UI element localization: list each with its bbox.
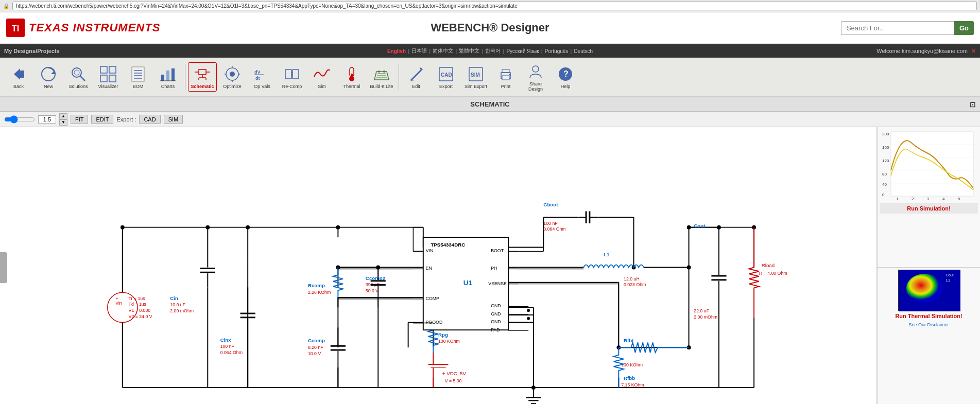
svg-line-7 <box>80 76 85 81</box>
lang-traditional-chinese[interactable]: 繁體中文 <box>459 47 479 55</box>
svg-rect-38 <box>285 69 291 79</box>
svg-text:Vin: Vin <box>115 301 122 306</box>
sim-icon <box>313 65 331 83</box>
toolbar: Back New Solutions <box>0 58 980 97</box>
right-panel: 200 160 120 80 40 0 1 2 3 4 5 <box>877 127 980 404</box>
zoom-value[interactable] <box>38 115 56 124</box>
toolbar-simexport-button[interactable]: SIM Sim Export <box>461 62 490 92</box>
toolbar-recomp-button[interactable]: Re-Comp <box>278 62 306 92</box>
svg-text:10.0 V: 10.0 V <box>308 351 321 356</box>
schematic-canvas[interactable]: + Vin Tr = 1us Td = 1us V1 = 0.000 V2 = … <box>0 127 877 404</box>
zoom-up-button[interactable]: ▲ <box>59 113 67 119</box>
lang-russian[interactable]: Русский Язык <box>506 48 539 54</box>
thermal-image: Cout L1 <box>898 270 960 311</box>
opvals-icon: dV dt <box>253 65 271 83</box>
lang-english[interactable]: English <box>387 48 406 54</box>
svg-text:12.0 uH: 12.0 uH <box>624 276 640 282</box>
toolbar-thermal-button[interactable]: Thermal <box>337 62 366 92</box>
toolbar-buildit-button[interactable]: Build-It Lite <box>367 62 396 92</box>
svg-text:TPS54334DRC: TPS54334DRC <box>431 242 465 248</box>
svg-text:?: ? <box>563 69 569 78</box>
svg-text:+ VDC_5V: + VDC_5V <box>442 371 467 376</box>
svg-text:0.023 Ohm: 0.023 Ohm <box>624 282 646 287</box>
svg-text:50.0 V: 50.0 V <box>366 288 379 293</box>
simexport-icon: SIM <box>467 65 485 83</box>
toolbar-share-button[interactable]: Share Design <box>521 60 550 94</box>
optimize-icon <box>223 65 242 83</box>
edit-button[interactable]: EDIT <box>91 115 113 124</box>
optimize-label: Optimize <box>223 84 242 89</box>
cad-export-button[interactable]: CAD <box>139 115 160 124</box>
sim-export-button[interactable]: SIM <box>164 115 183 124</box>
svg-text:Rpg: Rpg <box>438 332 448 338</box>
toolbar-print-button[interactable]: Print <box>491 62 520 92</box>
search-input[interactable] <box>841 21 954 35</box>
svg-text:dV: dV <box>254 69 261 75</box>
main-content: + Vin Tr = 1us Td = 1us V1 = 0.000 V2 = … <box>0 127 980 404</box>
lang-korean[interactable]: 한국어 <box>485 47 501 55</box>
svg-point-46 <box>378 71 380 73</box>
my-designs-link[interactable]: My Designs/Projects <box>4 48 60 54</box>
toolbar-sim-button[interactable]: Sim <box>307 62 336 92</box>
back-icon <box>9 65 28 83</box>
svg-text:GND: GND <box>491 311 501 317</box>
svg-rect-22 <box>199 69 206 75</box>
share-label: Share Design <box>523 81 548 92</box>
svg-text:80: 80 <box>882 172 887 177</box>
run-simulation-button[interactable]: Run Simulation! <box>880 203 978 214</box>
toolbar-opvals-button[interactable]: dV dt Op Vals <box>248 62 277 92</box>
help-icon: ? <box>556 65 575 83</box>
zoom-down-button[interactable]: ▼ <box>59 119 67 126</box>
toolbar-solutions-button[interactable]: Solutions <box>64 62 93 92</box>
close-nav-button[interactable]: ✕ <box>971 48 976 54</box>
fit-button[interactable]: FIT <box>71 115 89 124</box>
url-bar[interactable]: https://webench.ti.com/webench5/power/we… <box>12 2 977 10</box>
lang-german[interactable]: Deutsch <box>574 48 593 54</box>
webench-title: WEBENCH® Designer <box>431 21 549 34</box>
svg-point-30 <box>230 72 235 77</box>
svg-point-127 <box>717 225 721 230</box>
share-icon <box>526 62 545 81</box>
schematic-label: Schematic <box>191 84 214 89</box>
lang-portuguese[interactable]: Português <box>545 48 569 54</box>
ti-header: TI TEXAS INSTRUMENTS WEBENCH® Designer G… <box>0 12 980 44</box>
svg-point-124 <box>687 225 691 230</box>
zoom-slider[interactable] <box>4 115 35 124</box>
toolbar-schematic-button[interactable]: Schematic <box>188 62 217 92</box>
svg-rect-20 <box>171 68 175 81</box>
lang-simplified-chinese[interactable]: 简体中文 <box>433 47 453 55</box>
toolbar-optimize-button[interactable]: Optimize <box>218 62 247 92</box>
svg-text:Cinx: Cinx <box>220 337 232 343</box>
toolbar-edit-button[interactable]: Edit <box>402 62 431 92</box>
new-label: New <box>44 84 53 89</box>
lang-japanese[interactable]: 日本語 <box>411 47 427 55</box>
toolbar-bom-button[interactable]: BOM <box>124 62 152 92</box>
svg-text:1: 1 <box>896 197 899 201</box>
maximize-button[interactable]: ⊡ <box>970 100 976 109</box>
toolbar-help-button[interactable]: ? Help <box>551 62 580 92</box>
svg-text:3: 3 <box>927 197 930 201</box>
browser-bar: 🔒 https://webench.ti.com/webench5/power/… <box>0 0 980 12</box>
zoom-bar: ▲ ▼ FIT EDIT Export : CAD SIM <box>0 112 980 127</box>
svg-text:200: 200 <box>882 132 889 136</box>
toolbar-separator-1 <box>185 64 185 90</box>
run-thermal-button[interactable]: Run Thermal Simulation! <box>893 311 964 321</box>
svg-text:7.15 KOhm: 7.15 KOhm <box>621 382 644 388</box>
toolbar-back-button[interactable]: Back <box>4 62 33 92</box>
toolbar-export-button[interactable]: CAD Export <box>432 62 460 92</box>
disclaimer-link[interactable]: See Our Disclaimer <box>907 321 950 328</box>
left-panel-handle[interactable] <box>0 252 7 283</box>
svg-point-59 <box>509 74 511 76</box>
toolbar-new-button[interactable]: New <box>34 62 63 92</box>
search-button[interactable]: Go <box>954 21 974 35</box>
ti-logo[interactable]: TI TEXAS INSTRUMENTS <box>6 19 160 37</box>
svg-text:GND: GND <box>491 320 501 325</box>
toolbar-charts-button[interactable]: Charts <box>153 62 182 92</box>
thermal-label: Thermal <box>343 84 360 89</box>
svg-text:Td = 1us: Td = 1us <box>129 302 147 307</box>
svg-text:V2 = 24.0 V: V2 = 24.0 V <box>129 314 152 319</box>
toolbar-visualizer-button[interactable]: Visualizer <box>94 62 123 92</box>
svg-point-8 <box>74 70 79 75</box>
opvals-label: Op Vals <box>254 84 270 89</box>
simulation-chart: 200 160 120 80 40 0 1 2 3 4 5 <box>878 127 980 268</box>
